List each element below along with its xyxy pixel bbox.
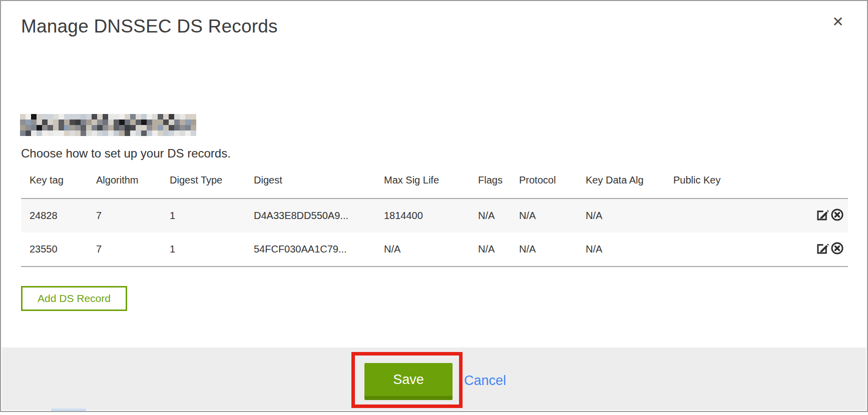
cell-key-tag: 24828 [21, 198, 88, 232]
delete-icon[interactable] [830, 208, 844, 222]
cell-max-sig-life: N/A [375, 232, 470, 266]
cell-protocol: N/A [511, 198, 577, 232]
cell-public-key [665, 232, 788, 266]
table-row: 23550 7 1 54FCF030AA1C79... N/A N/A N/A … [21, 232, 848, 266]
col-header-max-sig-life: Max Sig Life [375, 168, 470, 198]
col-header-digest: Digest [245, 168, 375, 198]
cell-algorithm: 7 [88, 232, 161, 266]
manage-dnssec-dialog: Manage DNSSEC DS Records ✕ Choose how to… [0, 0, 868, 412]
cell-public-key [665, 198, 788, 232]
instruction-text: Choose how to set up your DS records. [21, 146, 231, 160]
ds-records-table: Key tag Algorithm Digest Type Digest Max… [21, 168, 848, 267]
cell-max-sig-life: 1814400 [375, 198, 470, 232]
cell-key-data-alg: N/A [577, 198, 665, 232]
col-header-key-data-alg: Key Data Alg [577, 168, 665, 198]
save-button[interactable]: Save [364, 363, 453, 400]
background-page-fragment [51, 408, 86, 411]
table-header-row: Key tag Algorithm Digest Type Digest Max… [21, 168, 848, 198]
cell-actions [788, 232, 848, 266]
dialog-title: Manage DNSSEC DS Records [21, 16, 278, 37]
cell-flags: N/A [470, 198, 511, 232]
table-row: 24828 7 1 D4A33E8DD550A9... 1814400 N/A … [21, 198, 848, 232]
col-header-public-key: Public Key [665, 168, 788, 198]
cell-protocol: N/A [511, 232, 577, 266]
cell-actions [788, 198, 848, 232]
cancel-link[interactable]: Cancel [464, 373, 506, 388]
edit-icon[interactable] [816, 208, 829, 222]
col-header-digest-type: Digest Type [161, 168, 245, 198]
col-header-flags: Flags [470, 168, 511, 198]
delete-icon[interactable] [830, 242, 844, 255]
cell-key-tag: 23550 [21, 232, 88, 266]
cell-algorithm: 7 [88, 198, 161, 232]
cell-digest-type: 1 [161, 198, 245, 232]
cell-digest: D4A33E8DD550A9... [245, 198, 375, 232]
col-header-algorithm: Algorithm [88, 168, 161, 198]
add-ds-record-button[interactable]: Add DS Record [21, 286, 127, 311]
col-header-protocol: Protocol [511, 168, 577, 198]
cell-key-data-alg: N/A [577, 232, 665, 266]
col-header-key-tag: Key tag [21, 168, 88, 198]
close-icon[interactable]: ✕ [829, 13, 847, 31]
cell-digest: 54FCF030AA1C79... [245, 232, 375, 266]
domain-name-redacted [20, 114, 196, 136]
cell-flags: N/A [470, 232, 511, 266]
cell-digest-type: 1 [161, 232, 245, 266]
col-header-actions [788, 168, 848, 198]
edit-icon[interactable] [816, 242, 829, 255]
